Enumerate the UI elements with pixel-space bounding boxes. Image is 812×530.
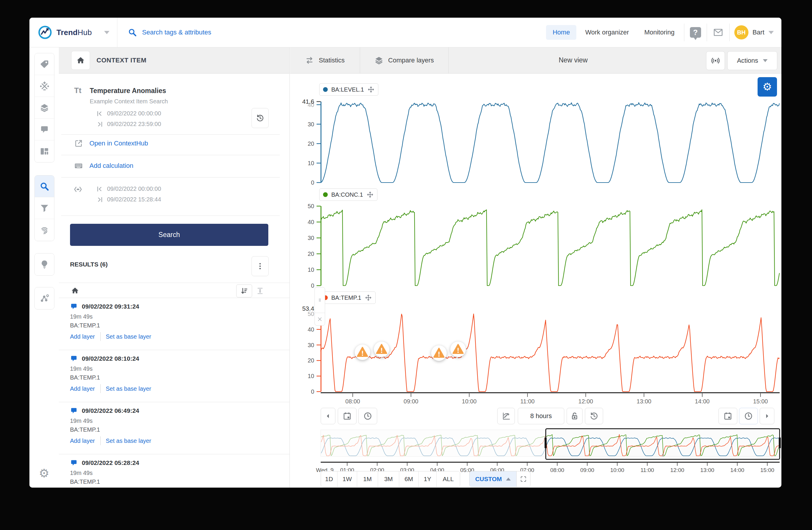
series-chip-conc[interactable]: BA:CONC.1 (319, 189, 377, 201)
brush-drag-handle[interactable] (659, 452, 667, 459)
panel-home-button[interactable] (71, 51, 90, 70)
sort-button[interactable] (236, 284, 252, 297)
rail-item-layers[interactable] (35, 97, 54, 118)
nav-item-monitoring[interactable]: Monitoring (638, 25, 681, 40)
actions-button[interactable]: Actions (727, 51, 777, 70)
preset-6m[interactable]: 6M (399, 471, 419, 487)
custom-range-group: CUSTOM (469, 471, 531, 487)
calendar-end-button[interactable] (719, 408, 737, 424)
result-item[interactable]: 09/02/2022 08:10:24 19m 49s BA:TEMP.1 Ad… (59, 350, 290, 402)
preset-1w[interactable]: 1W (337, 471, 357, 487)
rail-item-dashboard[interactable] (35, 140, 54, 162)
dashboard-icon (40, 147, 49, 156)
collapse-button[interactable] (252, 284, 268, 297)
pan-left-button[interactable] (321, 408, 335, 424)
mail-button[interactable] (707, 18, 729, 47)
rail-item-lightbulb[interactable] (35, 253, 54, 275)
range-start-icon (97, 110, 103, 117)
custom-range-button[interactable]: CUSTOM (469, 471, 517, 487)
set-base-layer-link[interactable]: Set as base layer (106, 437, 151, 444)
history-button[interactable] (585, 408, 603, 424)
scale-options-button[interactable] (497, 408, 515, 424)
context-item-subtitle: Example Context Item Search (90, 98, 168, 105)
calendar-start-button[interactable] (338, 408, 357, 424)
item-history-button[interactable] (251, 108, 269, 128)
collapse-icon (256, 287, 264, 295)
rail-group (34, 175, 55, 241)
result-item[interactable]: 09/02/2022 05:28:24 19m 49s BA:TEMP.1 Ad… (59, 454, 290, 488)
context-item-title: Temperature Anomalies (90, 87, 166, 95)
warning-badge[interactable] (450, 341, 466, 358)
drag-handle[interactable] (315, 288, 325, 313)
chart-settings-button[interactable]: ⚙ (757, 77, 777, 97)
comment-icon (70, 303, 78, 310)
rail-item-search[interactable] (35, 176, 54, 197)
statistics-button[interactable]: Statistics (290, 47, 360, 73)
result-tag: BA:TEMP.1 (70, 322, 100, 329)
clock-start-button[interactable] (358, 408, 377, 424)
rail-item-calculation[interactable] (35, 75, 54, 97)
result-timestamp: 09/02/2022 06:49:24 (82, 407, 139, 414)
pan-right-button[interactable] (760, 408, 774, 424)
brand-caret-icon[interactable] (104, 31, 110, 34)
item-start-time: 09/02/2022 00:00:00 (97, 110, 161, 117)
preset-1m[interactable]: 1M (357, 471, 378, 487)
nav-item-work-organizer[interactable]: Work organizer (579, 25, 636, 40)
lock-duration-button[interactable] (567, 408, 582, 424)
series-chip-level[interactable]: BA:LEVEL.1 (319, 83, 378, 96)
preset-1y[interactable]: 1Y (419, 471, 437, 487)
results-menu-button[interactable] (251, 256, 269, 276)
svg-text:40: 40 (308, 101, 314, 108)
divider (100, 436, 101, 445)
result-tag: BA:TEMP.1 (70, 426, 100, 433)
nav-item-home[interactable]: Home (546, 25, 576, 40)
user-name: Bart (753, 29, 764, 36)
rail-item-comment[interactable] (35, 118, 54, 140)
set-base-layer-link[interactable]: Set as base layer (106, 386, 151, 392)
warning-badge[interactable] (431, 345, 447, 361)
result-item[interactable]: 09/02/2022 06:49:24 19m 49s BA:TEMP.1 Ad… (59, 402, 290, 454)
live-mode-button[interactable] (706, 51, 725, 70)
set-base-layer-link[interactable]: Set as base layer (106, 333, 151, 340)
rail-item-node-graph[interactable] (35, 288, 54, 309)
preset-3m[interactable]: 3M (378, 471, 399, 487)
result-item[interactable]: 09/02/2022 09:31:24 19m 49s BA:TEMP.1 Ad… (59, 298, 290, 350)
duration-box[interactable]: 8 hours (518, 408, 564, 424)
series-chip-temp[interactable]: BA:TEMP.1 (319, 292, 376, 304)
rail-item-fingerprint[interactable] (35, 219, 54, 241)
layers-icon (40, 103, 49, 112)
preset-all[interactable]: ALL (437, 471, 460, 487)
warning-icon (354, 344, 371, 360)
fit-view-button[interactable] (517, 471, 530, 487)
move-icon[interactable] (366, 191, 374, 198)
results-toolbar (59, 283, 290, 298)
move-icon[interactable] (367, 86, 375, 93)
history-icon (590, 412, 598, 420)
move-icon[interactable] (365, 294, 372, 301)
search-button[interactable]: Search (70, 224, 268, 246)
rail-item-tag[interactable] (35, 53, 54, 75)
search-input[interactable] (142, 28, 307, 37)
warning-badge[interactable] (354, 344, 371, 360)
text-type-icon: Tt (74, 86, 82, 95)
filter-icon (40, 204, 49, 213)
add-calculation-link[interactable]: Add calculation (74, 161, 133, 170)
warning-icon (373, 341, 390, 358)
view-header: Statistics Compare layers New view Actio… (290, 47, 781, 74)
preset-1d[interactable]: 1D (321, 471, 337, 487)
settings-button[interactable]: ⚙ (34, 463, 54, 484)
help-button[interactable]: ? (684, 18, 707, 47)
add-layer-link[interactable]: Add layer (70, 333, 95, 340)
rail-item-filter[interactable] (35, 197, 54, 219)
home-icon[interactable] (71, 287, 79, 294)
panel-close-button[interactable] (315, 313, 325, 325)
brand-logo[interactable]: TrendHub (29, 25, 110, 40)
svg-text:14:00: 14:00 (695, 398, 710, 405)
warning-badge[interactable] (373, 341, 390, 358)
add-layer-link[interactable]: Add layer (70, 386, 95, 392)
open-in-contexthub-link[interactable]: Open in ContextHub (74, 139, 148, 148)
add-layer-link[interactable]: Add layer (70, 437, 95, 444)
compare-layers-button[interactable]: Compare layers (360, 47, 449, 73)
user-menu[interactable]: BH Bart (730, 25, 781, 40)
clock-end-button[interactable] (739, 408, 758, 424)
